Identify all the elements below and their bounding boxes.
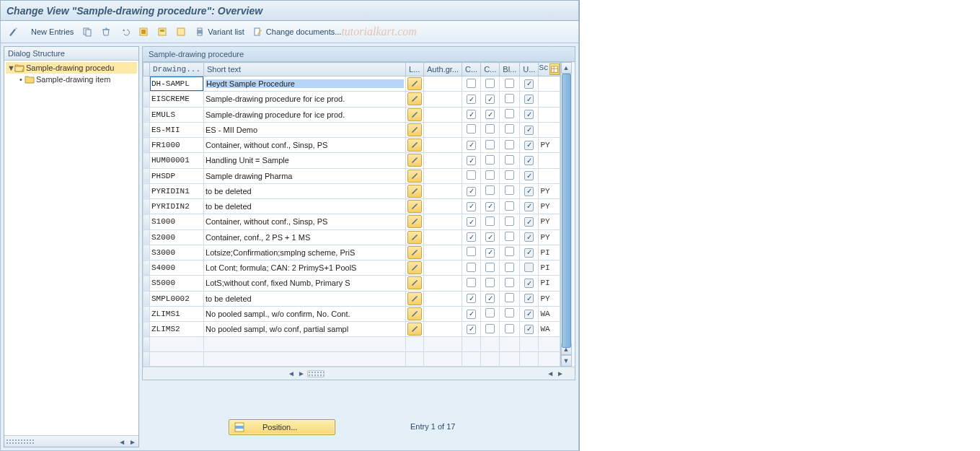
cell-drawing[interactable]: S3000 <box>150 245 204 260</box>
scroll-left-icon[interactable]: ◄ <box>118 438 126 446</box>
cell-c2[interactable] <box>481 138 500 153</box>
cell-lang[interactable] <box>406 199 424 214</box>
col-c2[interactable]: C... <box>481 63 500 76</box>
cell-short-text[interactable]: Lot Cont; formula; CAN: 2 PrimyS+1 PoolS <box>204 260 406 276</box>
checkbox[interactable] <box>485 294 495 303</box>
checkbox[interactable] <box>524 171 534 180</box>
procedure-table[interactable]: Drawing... Short text L... Auth.gr... C.… <box>143 62 560 367</box>
cell-auth[interactable] <box>424 107 462 122</box>
cell-u[interactable] <box>520 229 539 245</box>
row-selector[interactable] <box>144 168 150 183</box>
checkbox[interactable] <box>485 124 495 133</box>
cell-sc[interactable]: PY <box>539 291 560 306</box>
cell-drawing[interactable]: ZLIMS1 <box>150 306 204 321</box>
checkbox[interactable] <box>485 140 495 149</box>
cell-sc[interactable]: PI <box>539 245 560 260</box>
cell-lang[interactable] <box>406 260 424 276</box>
cell-c1[interactable] <box>462 199 481 214</box>
table-row[interactable]: PHSDPSample drawing Pharma <box>144 168 560 183</box>
checkbox[interactable] <box>467 232 476 242</box>
cell-c1[interactable] <box>462 276 481 291</box>
cell-c1[interactable] <box>462 229 481 245</box>
scroll-right-icon[interactable]: ► <box>128 438 137 446</box>
checkbox[interactable] <box>485 155 495 165</box>
table-row[interactable]: S1000Container, without conf., Sinsp, PS… <box>144 214 560 229</box>
checkbox[interactable] <box>524 187 534 196</box>
cell-auth[interactable] <box>424 245 462 260</box>
checkbox[interactable] <box>485 263 495 272</box>
checkbox[interactable] <box>485 232 495 242</box>
checkbox[interactable] <box>467 110 476 119</box>
cell-c1[interactable] <box>462 153 481 168</box>
checkbox[interactable] <box>524 156 534 165</box>
cell-sc[interactable]: PI <box>539 260 560 276</box>
table-row[interactable]: SMPL0002to be deletedPY <box>144 291 560 306</box>
cell-c2[interactable] <box>481 260 500 276</box>
cell-sc[interactable]: PY <box>539 229 560 245</box>
table-row[interactable]: S4000Lot Cont; formula; CAN: 2 PrimyS+1 … <box>144 260 560 276</box>
cell-bl[interactable] <box>500 183 520 198</box>
checkbox[interactable] <box>505 308 514 318</box>
cell-c1[interactable] <box>462 322 481 337</box>
col-auth[interactable]: Auth.gr... <box>424 63 462 76</box>
checkbox[interactable] <box>467 187 476 196</box>
checkbox[interactable] <box>524 263 534 272</box>
checkbox[interactable] <box>524 126 534 135</box>
scroll-track[interactable] <box>561 74 572 343</box>
checkbox[interactable] <box>505 185 514 195</box>
row-selector[interactable] <box>144 107 150 122</box>
cell-c2[interactable] <box>481 107 500 122</box>
checkbox[interactable] <box>505 232 514 241</box>
tree-item[interactable]: ▼Sample-drawing procedu <box>6 62 137 74</box>
checkbox[interactable] <box>485 248 495 258</box>
cell-short-text[interactable]: Sample drawing Pharma <box>204 168 406 183</box>
cell-bl[interactable] <box>500 291 520 306</box>
cell-drawing[interactable]: FR1000 <box>150 138 204 153</box>
table-row[interactable]: ZLIMS1No pooled sampl., w/o confirm, No.… <box>144 306 560 321</box>
edit-text-button[interactable] <box>407 231 422 244</box>
cell-lang[interactable] <box>406 138 424 153</box>
dialog-structure-tree[interactable]: ▼Sample-drawing procedu•Sample-drawing i… <box>4 61 138 435</box>
checkbox[interactable] <box>524 95 534 104</box>
checkbox[interactable] <box>467 325 476 334</box>
cell-bl[interactable] <box>500 245 520 260</box>
checkbox[interactable] <box>467 310 476 319</box>
col-short[interactable]: Short text <box>204 63 406 76</box>
cell-sc[interactable]: WA <box>539 306 560 321</box>
edit-text-button[interactable] <box>407 200 422 213</box>
tree-item[interactable]: •Sample-drawing item <box>6 74 137 85</box>
cell-c2[interactable] <box>481 199 500 214</box>
cell-drawing[interactable]: EMULS <box>150 107 204 122</box>
scroll-thumb[interactable] <box>562 74 571 348</box>
cell-short-text[interactable]: to be deleted <box>204 291 406 306</box>
cell-auth[interactable] <box>424 214 462 229</box>
cell-short-text[interactable]: Heydt Sample Procedure <box>204 76 406 92</box>
checkbox[interactable] <box>467 156 476 165</box>
cell-bl[interactable] <box>500 92 520 107</box>
cell-short-text[interactable]: Lotsize;Confirmation;smplng scheme, PriS <box>204 245 406 260</box>
table-row[interactable]: ZLIMS2No pooled sampl, w/o conf, partial… <box>144 322 560 337</box>
cell-u[interactable] <box>520 92 539 107</box>
checkbox[interactable] <box>505 79 514 88</box>
cell-short-text[interactable]: Sample-drawing procedure for ice prod. <box>204 92 406 107</box>
checkbox[interactable] <box>467 278 476 287</box>
cell-bl[interactable] <box>500 214 520 229</box>
new-entries-button[interactable]: New Entries <box>25 24 76 40</box>
cell-short-text[interactable]: LotS;without conf, fixed Numb, Primary S <box>204 276 406 291</box>
cell-sc[interactable]: PY <box>539 138 560 153</box>
hscroll-handle-icon[interactable] <box>307 370 325 377</box>
edit-text-button[interactable] <box>407 170 422 183</box>
col-bl[interactable]: Bl... <box>500 63 520 76</box>
cell-sc[interactable]: WA <box>539 322 560 337</box>
checkbox[interactable] <box>505 278 514 287</box>
cell-u[interactable] <box>520 107 539 122</box>
checkbox[interactable] <box>467 247 476 256</box>
cell-c2[interactable] <box>481 183 500 198</box>
cell-auth[interactable] <box>424 76 462 92</box>
cell-c1[interactable] <box>462 92 481 107</box>
edit-text-button[interactable] <box>407 307 422 320</box>
checkbox[interactable] <box>524 248 534 258</box>
expand-icon[interactable]: ▼ <box>7 64 14 72</box>
cell-auth[interactable] <box>424 276 462 291</box>
cell-u[interactable] <box>520 138 539 153</box>
